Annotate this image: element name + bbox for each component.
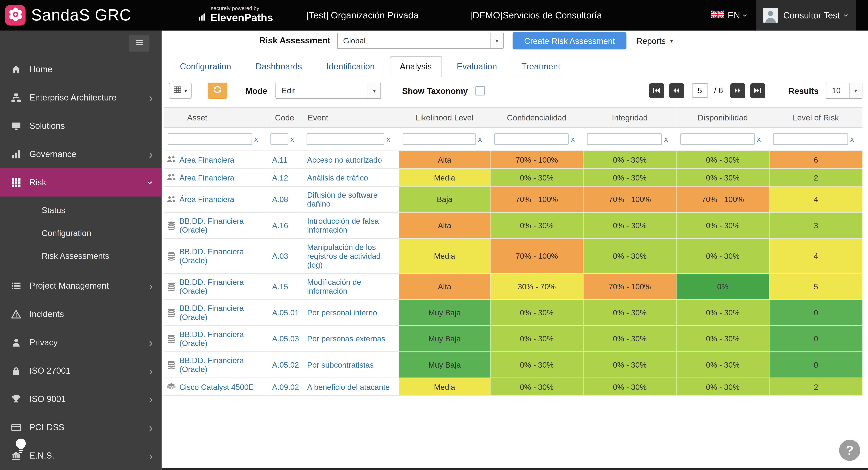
confidencialidad-cell[interactable]: 70% - 100% [490,186,583,212]
tab-evaluation[interactable]: Evaluation [447,57,506,77]
organization-name[interactable]: [Test] Organización Privada [306,10,418,21]
asset-link[interactable]: Cisco Catalyst 4500E [179,382,254,391]
integridad-cell[interactable]: 0% - 30% [583,239,676,274]
disponibilidad-cell[interactable]: 0% - 30% [676,213,769,239]
clear-filter-icon[interactable]: x [386,135,391,143]
create-risk-assessment-button[interactable]: Create Risk Assessment [513,32,626,49]
disponibilidad-cell[interactable]: 0% - 30% [676,325,769,352]
integridad-cell[interactable]: 0% - 30% [583,168,676,186]
tab-analysis[interactable]: Analysis [390,56,442,77]
level-of-risk-cell[interactable]: 0 [769,325,863,352]
event-link[interactable]: Difusión de software dañino [307,190,378,208]
column-header-event[interactable]: Event [303,107,399,127]
disponibilidad-cell[interactable]: 0% - 30% [676,300,769,325]
column-header-code[interactable]: Code [267,107,303,127]
likelihood-cell[interactable]: Media [399,239,490,274]
integridad-cell[interactable]: 70% - 100% [583,186,676,212]
reports-menu[interactable]: Reports ▾ [637,36,673,45]
event-link[interactable]: Por personal interno [307,308,377,317]
level-of-risk-cell[interactable]: 0 [769,352,863,378]
column-header-disponibilidad[interactable]: Disponibilidad [676,107,769,127]
level-of-risk-cell[interactable]: 2 [769,168,863,186]
event-link[interactable]: Por subcontratistas [307,360,374,369]
level-of-risk-cell[interactable]: 2 [769,378,863,396]
sidebar-item-enterprise-architecture[interactable]: Enterprise Architecture› [0,83,162,112]
asset-link[interactable]: Área Financiera [179,195,234,204]
tab-configuration[interactable]: Configuration [170,57,241,77]
disponibilidad-cell[interactable]: 70% - 100% [676,186,769,212]
sidebar-item-solutions[interactable]: Solutions [0,112,162,140]
integridad-cell[interactable]: 70% - 100% [583,274,676,300]
clear-filter-icon[interactable]: x [254,135,258,143]
confidencialidad-cell[interactable]: 0% - 30% [490,168,583,186]
event-link[interactable]: Manipulación de los registros de activid… [307,243,380,269]
integridad-cell[interactable]: 0% - 30% [583,352,676,378]
disponibilidad-cell[interactable]: 0% - 30% [676,151,769,168]
filter-input-event[interactable] [307,133,384,145]
asset-link[interactable]: BB.DD. Financiera (Oracle) [179,330,265,347]
confidencialidad-cell[interactable]: 70% - 100% [490,151,583,168]
sidebar-item-incidents[interactable]: Incidents [0,300,162,328]
sidebar-subitem-status[interactable]: Status [0,199,162,221]
tab-dashboards[interactable]: Dashboards [246,57,311,77]
level-of-risk-cell[interactable]: 4 [769,239,863,274]
code-link[interactable]: A.05.03 [272,334,299,343]
code-link[interactable]: A.11 [272,155,288,164]
code-link[interactable]: A.05.01 [272,308,299,317]
filter-input-level-of-risk[interactable] [773,133,848,145]
likelihood-cell[interactable]: Alta [399,213,490,239]
code-link[interactable]: A.15 [272,282,288,291]
first-page-button[interactable] [649,83,664,98]
column-header-level-of-risk[interactable]: Level of Risk [769,107,863,127]
filter-input-asset[interactable] [168,133,252,145]
filter-input-confidencialidad[interactable] [494,133,569,145]
level-of-risk-cell[interactable]: 0 [769,300,863,325]
filter-input-code[interactable] [271,133,288,145]
clear-filter-icon[interactable]: x [290,135,294,143]
level-of-risk-cell[interactable]: 3 [769,213,863,239]
clear-filter-icon[interactable]: x [850,135,854,143]
filter-input-integridad[interactable] [587,133,662,145]
show-taxonomy-checkbox[interactable] [475,86,485,95]
level-of-risk-cell[interactable]: 6 [769,151,863,168]
service-name[interactable]: [DEMO]Servicios de Consultoría [470,10,602,21]
page-number-input[interactable] [692,83,708,98]
previous-page-button[interactable] [669,83,684,98]
asset-link[interactable]: BB.DD. Financiera (Oracle) [179,304,265,321]
brand-title[interactable]: SandaS GRC [31,6,131,25]
code-link[interactable]: A.16 [272,221,288,230]
sidebar-item-privacy[interactable]: Privacy› [0,328,162,356]
confidencialidad-cell[interactable]: 0% - 30% [490,213,583,239]
sidebar-subitem-configuration[interactable]: Configuration [0,221,162,244]
disponibilidad-cell[interactable]: 0% - 30% [676,168,769,186]
level-of-risk-cell[interactable]: 4 [769,186,863,212]
likelihood-cell[interactable]: Baja [399,186,490,212]
sidebar-item-iso-27001[interactable]: ISO 27001› [0,356,162,385]
risk-assessment-select[interactable]: Global ▾ [337,32,504,49]
code-link[interactable]: A.09.02 [272,382,299,391]
code-link[interactable]: A.08 [272,195,288,204]
sidebar-item-iso-9001[interactable]: ISO 9001› [0,385,162,413]
app-logo[interactable] [5,5,26,26]
likelihood-cell[interactable]: Muy Baja [399,352,490,378]
event-link[interactable]: A beneficio del atacante [307,382,390,391]
sidebar-item-project-management[interactable]: Project Management› [0,272,162,300]
level-of-risk-cell[interactable]: 5 [769,274,863,300]
disponibilidad-cell[interactable]: 0% - 30% [676,352,769,378]
user-menu[interactable]: Consultor Test › [756,0,856,31]
confidencialidad-cell[interactable]: 0% - 30% [490,352,583,378]
disponibilidad-cell[interactable]: 0% - 30% [676,378,769,396]
last-page-button[interactable] [750,83,765,98]
event-link[interactable]: Por personas externas [307,334,385,343]
column-header-asset[interactable]: Asset [164,107,267,127]
likelihood-cell[interactable]: Muy Baja [399,300,490,325]
code-link[interactable]: A.03 [272,251,288,260]
results-per-page-select[interactable]: 10 ▾ [826,83,863,99]
clear-filter-icon[interactable]: x [757,135,761,143]
sidebar-item-risk[interactable]: Risk› [0,168,162,196]
integridad-cell[interactable]: 0% - 30% [583,151,676,168]
confidencialidad-cell[interactable]: 0% - 30% [490,325,583,352]
asset-link[interactable]: BB.DD. Financiera (Oracle) [179,278,265,295]
asset-link[interactable]: BB.DD. Financiera (Oracle) [179,356,265,374]
sidebar-item-home[interactable]: Home [0,55,162,83]
